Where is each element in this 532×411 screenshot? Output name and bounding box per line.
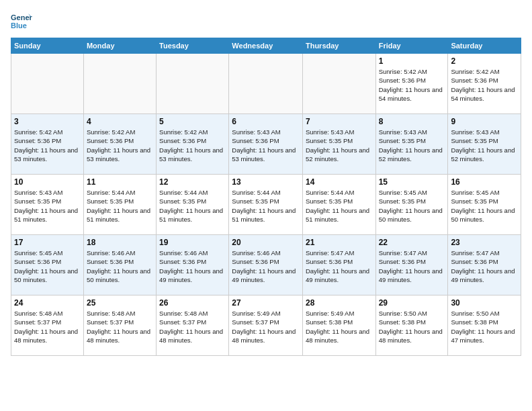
calendar-cell: 22Sunrise: 5:47 AMSunset: 5:36 PMDayligh… xyxy=(375,235,448,295)
calendar-cell: 14Sunrise: 5:44 AMSunset: 5:35 PMDayligh… xyxy=(302,175,375,235)
day-info: Sunrise: 5:42 AMSunset: 5:36 PMDaylight:… xyxy=(451,67,518,103)
day-of-week-header: Saturday xyxy=(448,38,521,54)
calendar-cell: 26Sunrise: 5:48 AMSunset: 5:37 PMDayligh… xyxy=(157,295,229,356)
day-info: Sunrise: 5:44 AMSunset: 5:35 PMDaylight:… xyxy=(87,188,153,224)
day-of-week-header: Friday xyxy=(375,38,448,54)
day-number: 11 xyxy=(87,177,153,187)
calendar-cell xyxy=(83,54,156,114)
day-number: 24 xyxy=(14,298,81,308)
day-number: 20 xyxy=(232,238,300,247)
day-number: 1 xyxy=(379,56,445,66)
day-info: Sunrise: 5:46 AMSunset: 5:36 PMDaylight:… xyxy=(87,248,153,284)
day-info: Sunrise: 5:42 AMSunset: 5:36 PMDaylight:… xyxy=(14,128,81,163)
calendar-cell: 25Sunrise: 5:48 AMSunset: 5:37 PMDayligh… xyxy=(83,295,156,356)
calendar-cell: 3Sunrise: 5:42 AMSunset: 5:36 PMDaylight… xyxy=(11,114,84,175)
calendar-cell: 20Sunrise: 5:46 AMSunset: 5:36 PMDayligh… xyxy=(229,235,303,295)
calendar-cell: 4Sunrise: 5:42 AMSunset: 5:36 PMDaylight… xyxy=(83,114,156,175)
day-number: 16 xyxy=(451,177,518,187)
calendar-week-row: 3Sunrise: 5:42 AMSunset: 5:36 PMDaylight… xyxy=(11,114,521,175)
calendar-table: SundayMondayTuesdayWednesdayThursdayFrid… xyxy=(11,38,521,356)
day-info: Sunrise: 5:42 AMSunset: 5:36 PMDaylight:… xyxy=(87,128,153,163)
day-of-week-header: Thursday xyxy=(302,38,375,54)
day-number: 15 xyxy=(379,177,445,187)
day-info: Sunrise: 5:47 AMSunset: 5:36 PMDaylight:… xyxy=(451,248,518,284)
calendar-cell: 6Sunrise: 5:43 AMSunset: 5:36 PMDaylight… xyxy=(229,114,303,175)
calendar-week-row: 10Sunrise: 5:43 AMSunset: 5:35 PMDayligh… xyxy=(11,175,521,235)
calendar-week-row: 17Sunrise: 5:45 AMSunset: 5:36 PMDayligh… xyxy=(11,235,521,295)
day-number: 27 xyxy=(232,298,300,308)
day-info: Sunrise: 5:45 AMSunset: 5:35 PMDaylight:… xyxy=(379,188,445,224)
calendar-week-row: 24Sunrise: 5:48 AMSunset: 5:37 PMDayligh… xyxy=(11,295,521,356)
day-number: 2 xyxy=(451,56,518,66)
day-number: 8 xyxy=(379,117,445,126)
calendar-cell: 29Sunrise: 5:50 AMSunset: 5:38 PMDayligh… xyxy=(375,295,448,356)
day-info: Sunrise: 5:49 AMSunset: 5:37 PMDaylight:… xyxy=(232,309,300,345)
day-info: Sunrise: 5:43 AMSunset: 5:35 PMDaylight:… xyxy=(306,128,373,163)
day-info: Sunrise: 5:50 AMSunset: 5:38 PMDaylight:… xyxy=(451,309,518,345)
calendar-cell: 7Sunrise: 5:43 AMSunset: 5:35 PMDaylight… xyxy=(302,114,375,175)
calendar-cell: 1Sunrise: 5:42 AMSunset: 5:36 PMDaylight… xyxy=(375,54,448,114)
day-number: 30 xyxy=(451,298,518,308)
day-of-week-header: Tuesday xyxy=(157,38,229,54)
calendar-cell: 16Sunrise: 5:45 AMSunset: 5:35 PMDayligh… xyxy=(448,175,521,235)
day-info: Sunrise: 5:49 AMSunset: 5:38 PMDaylight:… xyxy=(306,309,373,345)
calendar-cell xyxy=(157,54,229,114)
day-number: 29 xyxy=(379,298,445,308)
day-info: Sunrise: 5:44 AMSunset: 5:35 PMDaylight:… xyxy=(159,188,226,224)
calendar-cell: 30Sunrise: 5:50 AMSunset: 5:38 PMDayligh… xyxy=(448,295,521,356)
calendar-cell: 18Sunrise: 5:46 AMSunset: 5:36 PMDayligh… xyxy=(83,235,156,295)
calendar-cell: 8Sunrise: 5:43 AMSunset: 5:35 PMDaylight… xyxy=(375,114,448,175)
calendar-cell: 23Sunrise: 5:47 AMSunset: 5:36 PMDayligh… xyxy=(448,235,521,295)
day-number: 26 xyxy=(159,298,226,308)
day-number: 21 xyxy=(306,238,373,247)
calendar-cell: 10Sunrise: 5:43 AMSunset: 5:35 PMDayligh… xyxy=(11,175,84,235)
calendar-cell: 21Sunrise: 5:47 AMSunset: 5:36 PMDayligh… xyxy=(302,235,375,295)
calendar-cell xyxy=(302,54,375,114)
day-info: Sunrise: 5:44 AMSunset: 5:35 PMDaylight:… xyxy=(232,188,300,224)
day-info: Sunrise: 5:45 AMSunset: 5:36 PMDaylight:… xyxy=(14,248,81,284)
day-info: Sunrise: 5:42 AMSunset: 5:36 PMDaylight:… xyxy=(159,128,226,163)
day-number: 18 xyxy=(87,238,153,247)
calendar-cell: 15Sunrise: 5:45 AMSunset: 5:35 PMDayligh… xyxy=(375,175,448,235)
calendar-cell: 5Sunrise: 5:42 AMSunset: 5:36 PMDaylight… xyxy=(157,114,229,175)
day-number: 6 xyxy=(232,117,300,126)
day-of-week-header: Sunday xyxy=(11,38,84,54)
day-info: Sunrise: 5:48 AMSunset: 5:37 PMDaylight:… xyxy=(14,309,81,345)
day-number: 23 xyxy=(451,238,518,247)
day-number: 22 xyxy=(379,238,445,247)
day-number: 3 xyxy=(14,117,81,126)
day-number: 9 xyxy=(451,117,518,126)
day-number: 4 xyxy=(87,117,153,126)
header: General Blue xyxy=(11,11,521,32)
day-number: 14 xyxy=(306,177,373,187)
calendar-body: 1Sunrise: 5:42 AMSunset: 5:36 PMDaylight… xyxy=(11,54,521,356)
day-number: 5 xyxy=(159,117,226,126)
svg-text:Blue: Blue xyxy=(11,21,27,30)
day-number: 13 xyxy=(232,177,300,187)
calendar-week-row: 1Sunrise: 5:42 AMSunset: 5:36 PMDaylight… xyxy=(11,54,521,114)
calendar-cell: 28Sunrise: 5:49 AMSunset: 5:38 PMDayligh… xyxy=(302,295,375,356)
calendar-cell: 2Sunrise: 5:42 AMSunset: 5:36 PMDaylight… xyxy=(448,54,521,114)
day-info: Sunrise: 5:45 AMSunset: 5:35 PMDaylight:… xyxy=(451,188,518,224)
day-info: Sunrise: 5:43 AMSunset: 5:36 PMDaylight:… xyxy=(232,128,300,163)
day-of-week-header: Monday xyxy=(83,38,156,54)
calendar-cell xyxy=(11,54,84,114)
day-info: Sunrise: 5:46 AMSunset: 5:36 PMDaylight:… xyxy=(159,248,226,284)
day-number: 7 xyxy=(306,117,373,126)
calendar-cell: 12Sunrise: 5:44 AMSunset: 5:35 PMDayligh… xyxy=(157,175,229,235)
day-info: Sunrise: 5:48 AMSunset: 5:37 PMDaylight:… xyxy=(87,309,153,345)
day-info: Sunrise: 5:48 AMSunset: 5:37 PMDaylight:… xyxy=(159,309,226,345)
day-number: 25 xyxy=(87,298,153,308)
day-info: Sunrise: 5:43 AMSunset: 5:35 PMDaylight:… xyxy=(14,188,81,224)
day-info: Sunrise: 5:44 AMSunset: 5:35 PMDaylight:… xyxy=(306,188,373,224)
calendar-cell: 17Sunrise: 5:45 AMSunset: 5:36 PMDayligh… xyxy=(11,235,84,295)
calendar-cell: 13Sunrise: 5:44 AMSunset: 5:35 PMDayligh… xyxy=(229,175,303,235)
day-number: 17 xyxy=(14,238,81,247)
calendar-header-row: SundayMondayTuesdayWednesdayThursdayFrid… xyxy=(11,38,521,54)
logo-icon: General Blue xyxy=(11,11,32,32)
day-number: 19 xyxy=(159,238,226,247)
day-info: Sunrise: 5:43 AMSunset: 5:35 PMDaylight:… xyxy=(379,128,445,163)
calendar-cell: 9Sunrise: 5:43 AMSunset: 5:35 PMDaylight… xyxy=(448,114,521,175)
day-info: Sunrise: 5:50 AMSunset: 5:38 PMDaylight:… xyxy=(379,309,445,345)
day-info: Sunrise: 5:42 AMSunset: 5:36 PMDaylight:… xyxy=(379,67,445,103)
